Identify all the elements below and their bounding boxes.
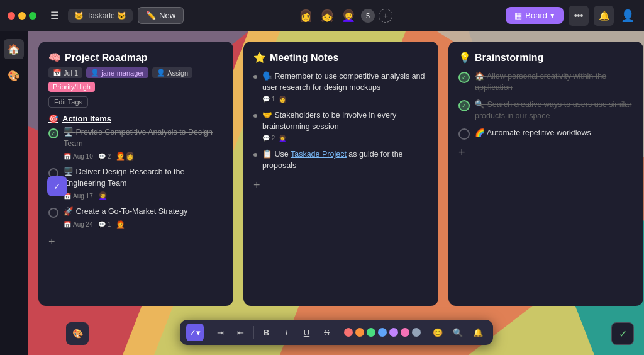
bold-button[interactable]: B <box>258 324 275 341</box>
confirm-icon: ✓ <box>619 328 627 340</box>
edit-tags-button[interactable]: Edit Tags <box>48 96 88 108</box>
taskade-project-link[interactable]: Taskade Project <box>291 150 347 159</box>
new-button[interactable]: ✏️ New <box>138 7 184 24</box>
strikethrough-button[interactable]: S <box>318 324 336 341</box>
search-button[interactable]: 🔍 <box>449 324 467 341</box>
menu-button[interactable]: ☰ <box>47 7 63 24</box>
card-title: 💡 Brainstorming <box>458 52 633 64</box>
color-red[interactable] <box>344 328 353 337</box>
sidebar-home-icon[interactable]: 🏠 <box>4 39 24 59</box>
close-traffic-light[interactable] <box>8 12 15 20</box>
color-pink[interactable] <box>401 328 409 337</box>
task-meta-row: 📅 Aug 10 💬 2 🧑‍🦰👩 <box>64 152 223 161</box>
app-emoji: 🐱 <box>74 11 84 20</box>
cards-container: 🧠 Project Roadmap 📅 Jul 1 👤 jane-manager… <box>28 31 644 355</box>
search-icon: 🔍 <box>453 328 463 337</box>
bell-icon: 🔔 <box>473 328 483 337</box>
brainstorming-card: 💡 Brainstorming ✓ 🏠 Allow personal creat… <box>448 42 643 306</box>
add-note-button[interactable]: + <box>253 179 260 192</box>
minimize-traffic-light[interactable] <box>18 12 26 20</box>
avatar-3[interactable]: 👩‍🦱 <box>340 7 357 25</box>
task-meta-row: 📅 Aug 17 👩‍🦱 <box>64 191 223 200</box>
underline-icon: U <box>304 328 309 337</box>
color-orange[interactable] <box>355 328 364 337</box>
avatar-1[interactable]: 👩 <box>297 7 314 25</box>
bullet-content: 📋 Use Taskade Project as guide for the p… <box>262 149 428 171</box>
bullet-item: 📋 Use Taskade Project as guide for the p… <box>253 149 428 171</box>
card-title: ⭐ Meeting Notes <box>253 52 428 64</box>
bullet-text: 🤝 Stakeholders to be involve in every br… <box>262 110 428 132</box>
traffic-lights <box>8 12 36 20</box>
card-header: ⭐ Meeting Notes <box>253 52 428 64</box>
emoji-button[interactable]: 😊 <box>429 324 447 341</box>
add-avatar-button[interactable]: + <box>379 9 392 23</box>
bullet-item: 🗣️ Remember to use competitive analysis … <box>253 71 428 103</box>
section-label: 🎯 Action Items <box>48 114 223 123</box>
toolbar-divider <box>425 326 425 339</box>
user-avatar[interactable]: 👤 <box>619 7 636 25</box>
card-emoji: 🧠 <box>48 52 61 64</box>
toolbar-divider <box>253 326 254 339</box>
brain-item: 🌈 Automate repetitive workflows <box>458 128 633 140</box>
bullet-dot <box>253 114 257 118</box>
new-icon: ✏️ <box>146 11 156 20</box>
sidebar: 🏠 🎨 <box>0 31 28 355</box>
palette-button[interactable]: 🎨 <box>66 322 89 345</box>
bullet-content: 🤝 Stakeholders to be involve in every br… <box>262 110 428 142</box>
card-emoji: 💡 <box>458 52 471 64</box>
meta-date: 📅 Jul 1 <box>48 67 82 78</box>
task-date: 📅 Aug 10 <box>64 153 93 160</box>
task-avatars: 👩‍🦱 <box>98 191 108 200</box>
meta-assignee: 👤 jane-manager <box>86 67 148 78</box>
add-task-button[interactable]: + <box>48 235 55 249</box>
avatar-2[interactable]: 👧 <box>318 7 336 25</box>
task-date: 📅 Aug 17 <box>64 193 93 200</box>
add-brain-button[interactable]: + <box>458 146 465 159</box>
card-header: 🧠 Project Roadmap 📅 Jul 1 👤 jane-manager… <box>48 52 223 108</box>
color-gray[interactable] <box>412 328 421 337</box>
notification-button[interactable]: 🔔 <box>594 6 614 26</box>
outdent-button[interactable]: ⇤ <box>232 324 250 341</box>
bullet-content: 🗣️ Remember to use competitive analysis … <box>262 71 428 103</box>
bullet-text: 📋 Use Taskade Project as guide for the p… <box>262 149 428 171</box>
topbar-left: ☰ 🐱 Taskade 🐱 ✏️ New <box>8 7 184 24</box>
topbar: ☰ 🐱 Taskade 🐱 ✏️ New 👩 👧 👩‍🦱 5 + ▦ Board… <box>0 0 644 31</box>
check-tool-button[interactable]: ✓▾ <box>186 324 204 341</box>
task-text: 🖥️ Deliver Design Research to the Engine… <box>64 167 223 189</box>
back-button[interactable]: 🐱 Taskade 🐱 <box>68 9 133 23</box>
bottom-toolbar: ✓▾ ⇥ ⇤ B I U S <box>180 320 493 345</box>
task-text: 🖥️ Provide Competitive Analysis to Desig… <box>64 127 223 149</box>
card-meta: 📅 Jul 1 👤 jane-manager 👤 Assign Priority… <box>48 67 223 92</box>
italic-button[interactable]: I <box>278 324 296 341</box>
sidebar-palette-icon[interactable]: 🎨 <box>4 65 24 86</box>
task-item: 🚀 Create a Go-To-Market Strategy 📅 Aug 2… <box>48 206 223 229</box>
confirm-button[interactable]: ✓ <box>611 322 634 345</box>
notify-button[interactable]: 🔔 <box>469 324 487 341</box>
color-green[interactable] <box>367 328 375 337</box>
task-checkbox[interactable] <box>48 128 58 138</box>
underline-button[interactable]: U <box>298 324 316 341</box>
bullet-meta: 💬 1 👩 <box>262 96 428 103</box>
brain-text: 🌈 Automate repetitive workflows <box>475 128 591 139</box>
brain-checkbox[interactable]: ✓ <box>458 100 470 111</box>
color-blue[interactable] <box>378 328 387 337</box>
card-title: 🧠 Project Roadmap <box>48 52 223 64</box>
maximize-traffic-light[interactable] <box>29 12 36 20</box>
brain-checkbox[interactable] <box>458 128 470 140</box>
assign-chip[interactable]: 👤 Assign <box>152 67 192 78</box>
floating-check-indicator: ✓ <box>47 176 67 196</box>
task-comments: 💬 1 <box>98 221 111 228</box>
meeting-notes-card: ⭐ Meeting Notes 🗣️ Remember to use compe… <box>243 42 438 306</box>
brain-checkbox[interactable]: ✓ <box>458 72 470 83</box>
brain-text: 🔍 Search creative ways to users use simi… <box>475 99 633 121</box>
task-content: 🖥️ Deliver Design Research to the Engine… <box>64 167 223 200</box>
color-purple[interactable] <box>389 328 398 337</box>
card-emoji: ⭐ <box>253 52 266 64</box>
indent-button[interactable]: ⇥ <box>212 324 230 341</box>
section-emoji: 🎯 <box>48 114 58 123</box>
more-options-button[interactable]: ••• <box>569 6 589 26</box>
board-button[interactable]: ▦ Board ▾ <box>506 7 564 24</box>
topbar-right: ▦ Board ▾ ••• 🔔 👤 <box>506 6 636 26</box>
emoji-icon: 😊 <box>433 328 443 337</box>
task-checkbox[interactable] <box>48 208 58 218</box>
